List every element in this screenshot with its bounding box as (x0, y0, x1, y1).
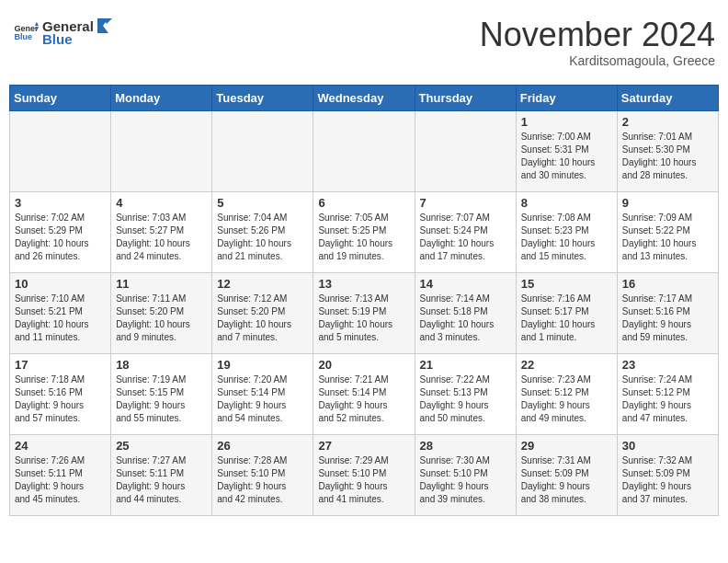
calendar-cell: 9Sunrise: 7:09 AM Sunset: 5:22 PM Daylig… (617, 191, 718, 272)
day-info: Sunrise: 7:22 AM Sunset: 5:13 PM Dayligh… (420, 373, 511, 425)
day-info: Sunrise: 7:08 AM Sunset: 5:23 PM Dayligh… (521, 212, 612, 263)
day-info: Sunrise: 7:29 AM Sunset: 5:10 PM Dayligh… (318, 454, 409, 506)
day-info: Sunrise: 7:00 AM Sunset: 5:31 PM Dayligh… (521, 131, 612, 182)
day-info: Sunrise: 7:20 AM Sunset: 5:14 PM Dayligh… (217, 373, 308, 425)
calendar-cell: 17Sunrise: 7:18 AM Sunset: 5:16 PM Dayli… (10, 353, 111, 434)
day-info: Sunrise: 7:04 AM Sunset: 5:26 PM Dayligh… (217, 212, 308, 263)
day-info: Sunrise: 7:09 AM Sunset: 5:22 PM Dayligh… (622, 212, 713, 263)
day-info: Sunrise: 7:28 AM Sunset: 5:10 PM Dayligh… (217, 454, 308, 506)
calendar-cell: 16Sunrise: 7:17 AM Sunset: 5:16 PM Dayli… (617, 272, 718, 353)
day-info: Sunrise: 7:02 AM Sunset: 5:29 PM Dayligh… (15, 212, 106, 263)
weekday-header-tuesday: Tuesday (212, 85, 313, 110)
month-title: November 2024 (480, 17, 715, 53)
day-info: Sunrise: 7:05 AM Sunset: 5:25 PM Dayligh… (318, 212, 409, 263)
calendar-cell: 22Sunrise: 7:23 AM Sunset: 5:12 PM Dayli… (516, 353, 617, 434)
calendar-cell: 20Sunrise: 7:21 AM Sunset: 5:14 PM Dayli… (313, 353, 415, 434)
calendar-cell (313, 110, 415, 191)
calendar-cell: 5Sunrise: 7:04 AM Sunset: 5:26 PM Daylig… (212, 191, 313, 272)
calendar-cell: 21Sunrise: 7:22 AM Sunset: 5:13 PM Dayli… (415, 353, 516, 434)
weekday-header-thursday: Thursday (415, 85, 516, 110)
calendar-cell: 1Sunrise: 7:00 AM Sunset: 5:31 PM Daylig… (516, 110, 617, 191)
svg-text:Blue: Blue (14, 32, 32, 41)
calendar-cell: 24Sunrise: 7:26 AM Sunset: 5:11 PM Dayli… (10, 434, 111, 515)
title-block: November 2024 Karditsomagoula, Greece (480, 17, 715, 68)
day-info: Sunrise: 7:18 AM Sunset: 5:16 PM Dayligh… (15, 373, 106, 425)
day-number: 10 (15, 277, 106, 291)
day-info: Sunrise: 7:14 AM Sunset: 5:18 PM Dayligh… (420, 293, 511, 344)
day-number: 7 (420, 196, 511, 210)
day-number: 4 (116, 196, 207, 210)
day-info: Sunrise: 7:01 AM Sunset: 5:30 PM Dayligh… (622, 131, 713, 182)
svg-text:General: General (14, 23, 39, 32)
calendar-cell: 13Sunrise: 7:13 AM Sunset: 5:19 PM Dayli… (313, 272, 415, 353)
logo-icon: General Blue (13, 19, 39, 45)
calendar-cell: 8Sunrise: 7:08 AM Sunset: 5:23 PM Daylig… (516, 191, 617, 272)
calendar-cell: 14Sunrise: 7:14 AM Sunset: 5:18 PM Dayli… (415, 272, 516, 353)
day-info: Sunrise: 7:32 AM Sunset: 5:09 PM Dayligh… (622, 454, 713, 506)
day-info: Sunrise: 7:27 AM Sunset: 5:11 PM Dayligh… (116, 454, 207, 506)
day-number: 17 (15, 358, 106, 372)
day-number: 14 (420, 277, 511, 291)
day-number: 8 (521, 196, 612, 210)
day-info: Sunrise: 7:07 AM Sunset: 5:24 PM Dayligh… (420, 212, 511, 263)
day-number: 23 (622, 358, 713, 372)
calendar-cell: 23Sunrise: 7:24 AM Sunset: 5:12 PM Dayli… (617, 353, 718, 434)
day-number: 15 (521, 277, 612, 291)
calendar-cell (415, 110, 516, 191)
day-number: 12 (217, 277, 308, 291)
logo-flag-icon (96, 17, 112, 35)
calendar-week-0: 1Sunrise: 7:00 AM Sunset: 5:31 PM Daylig… (10, 110, 719, 191)
calendar-cell (10, 110, 111, 191)
calendar-week-3: 17Sunrise: 7:18 AM Sunset: 5:16 PM Dayli… (10, 353, 719, 434)
day-info: Sunrise: 7:19 AM Sunset: 5:15 PM Dayligh… (116, 373, 207, 425)
logo: General Blue General Blue (13, 17, 112, 47)
day-number: 21 (420, 358, 511, 372)
day-number: 24 (15, 439, 106, 453)
calendar-week-2: 10Sunrise: 7:10 AM Sunset: 5:21 PM Dayli… (10, 272, 719, 353)
calendar-cell (212, 110, 313, 191)
calendar-cell: 3Sunrise: 7:02 AM Sunset: 5:29 PM Daylig… (10, 191, 111, 272)
day-number: 18 (116, 358, 207, 372)
day-number: 30 (622, 439, 713, 453)
day-number: 9 (622, 196, 713, 210)
day-info: Sunrise: 7:24 AM Sunset: 5:12 PM Dayligh… (622, 373, 713, 425)
day-number: 20 (318, 358, 409, 372)
day-number: 28 (420, 439, 511, 453)
calendar-cell: 6Sunrise: 7:05 AM Sunset: 5:25 PM Daylig… (313, 191, 415, 272)
calendar-cell: 25Sunrise: 7:27 AM Sunset: 5:11 PM Dayli… (111, 434, 212, 515)
day-info: Sunrise: 7:30 AM Sunset: 5:10 PM Dayligh… (420, 454, 511, 506)
calendar-cell: 7Sunrise: 7:07 AM Sunset: 5:24 PM Daylig… (415, 191, 516, 272)
weekday-header-monday: Monday (111, 85, 212, 110)
calendar-week-4: 24Sunrise: 7:26 AM Sunset: 5:11 PM Dayli… (10, 434, 719, 515)
day-number: 22 (521, 358, 612, 372)
day-number: 19 (217, 358, 308, 372)
page-header: General Blue General Blue November 2024 … (9, 9, 719, 75)
calendar-cell: 27Sunrise: 7:29 AM Sunset: 5:10 PM Dayli… (313, 434, 415, 515)
calendar-cell: 12Sunrise: 7:12 AM Sunset: 5:20 PM Dayli… (212, 272, 313, 353)
day-info: Sunrise: 7:26 AM Sunset: 5:11 PM Dayligh… (15, 454, 106, 506)
day-info: Sunrise: 7:11 AM Sunset: 5:20 PM Dayligh… (116, 293, 207, 344)
calendar-cell: 19Sunrise: 7:20 AM Sunset: 5:14 PM Dayli… (212, 353, 313, 434)
calendar-cell: 30Sunrise: 7:32 AM Sunset: 5:09 PM Dayli… (617, 434, 718, 515)
day-number: 25 (116, 439, 207, 453)
calendar-cell (111, 110, 212, 191)
calendar-week-1: 3Sunrise: 7:02 AM Sunset: 5:29 PM Daylig… (10, 191, 719, 272)
calendar-cell: 29Sunrise: 7:31 AM Sunset: 5:09 PM Dayli… (516, 434, 617, 515)
day-info: Sunrise: 7:23 AM Sunset: 5:12 PM Dayligh… (521, 373, 612, 425)
day-info: Sunrise: 7:17 AM Sunset: 5:16 PM Dayligh… (622, 293, 713, 344)
day-number: 2 (622, 115, 713, 129)
day-number: 29 (521, 439, 612, 453)
calendar-cell: 10Sunrise: 7:10 AM Sunset: 5:21 PM Dayli… (10, 272, 111, 353)
day-number: 3 (15, 196, 106, 210)
day-info: Sunrise: 7:12 AM Sunset: 5:20 PM Dayligh… (217, 293, 308, 344)
day-info: Sunrise: 7:16 AM Sunset: 5:17 PM Dayligh… (521, 293, 612, 344)
day-info: Sunrise: 7:03 AM Sunset: 5:27 PM Dayligh… (116, 212, 207, 263)
day-info: Sunrise: 7:13 AM Sunset: 5:19 PM Dayligh… (318, 293, 409, 344)
calendar-cell: 15Sunrise: 7:16 AM Sunset: 5:17 PM Dayli… (516, 272, 617, 353)
weekday-header-friday: Friday (516, 85, 617, 110)
weekday-header-sunday: Sunday (10, 85, 111, 110)
calendar-cell: 28Sunrise: 7:30 AM Sunset: 5:10 PM Dayli… (415, 434, 516, 515)
day-number: 1 (521, 115, 612, 129)
day-info: Sunrise: 7:10 AM Sunset: 5:21 PM Dayligh… (15, 293, 106, 344)
calendar-cell: 26Sunrise: 7:28 AM Sunset: 5:10 PM Dayli… (212, 434, 313, 515)
